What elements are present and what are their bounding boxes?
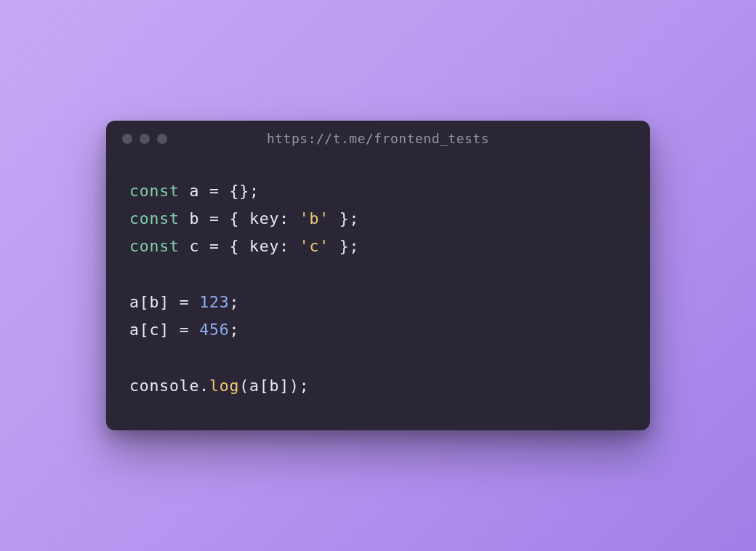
code-line: const c = { key: 'c' }; bbox=[129, 233, 627, 260]
token-default: a[c] = bbox=[129, 321, 199, 339]
token-keyword: const bbox=[129, 182, 180, 200]
code-line: a[c] = 456; bbox=[129, 316, 627, 344]
titlebar: https://t.me/frontend_tests bbox=[106, 121, 650, 157]
token-default: console. bbox=[129, 377, 209, 395]
token-default: ; bbox=[229, 321, 239, 339]
token-default: }; bbox=[329, 237, 359, 255]
code-window: https://t.me/frontend_tests const a = {}… bbox=[106, 121, 650, 430]
token-string: 'b' bbox=[299, 209, 329, 228]
minimize-icon[interactable] bbox=[140, 134, 150, 144]
token-number: 123 bbox=[199, 293, 229, 311]
token-default: }; bbox=[329, 209, 359, 228]
token-number: 456 bbox=[199, 321, 229, 339]
code-area: const a = {};const b = { key: 'b' };cons… bbox=[106, 157, 650, 430]
token-string: 'c' bbox=[299, 237, 329, 255]
token-keyword: const bbox=[129, 209, 180, 228]
token-default: (a[b]); bbox=[239, 377, 309, 395]
token-default: a[b] = bbox=[129, 293, 199, 311]
code-line: const a = {}; bbox=[129, 177, 627, 205]
blank-line bbox=[129, 345, 627, 372]
close-icon[interactable] bbox=[122, 134, 132, 144]
token-default: b = { key: bbox=[180, 209, 299, 228]
maximize-icon[interactable] bbox=[157, 134, 167, 144]
token-method: log bbox=[209, 377, 239, 395]
window-title: https://t.me/frontend_tests bbox=[267, 131, 489, 146]
token-default: c = { key: bbox=[180, 237, 299, 255]
code-line: a[b] = 123; bbox=[129, 289, 627, 316]
code-line: console.log(a[b]); bbox=[129, 372, 627, 400]
blank-line bbox=[129, 261, 627, 289]
token-default: a = {}; bbox=[180, 182, 260, 200]
token-default: ; bbox=[229, 293, 239, 311]
code-line: const b = { key: 'b' }; bbox=[129, 205, 627, 233]
traffic-lights bbox=[122, 134, 167, 144]
token-keyword: const bbox=[129, 237, 180, 255]
